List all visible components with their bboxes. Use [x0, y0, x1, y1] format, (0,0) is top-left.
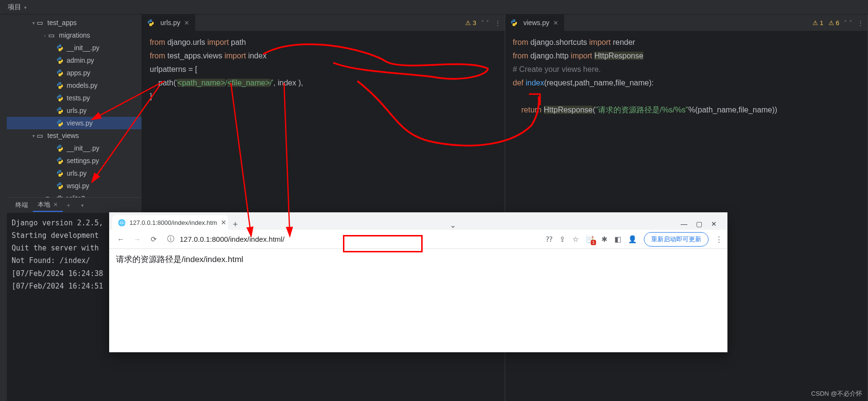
activity-bar — [0, 14, 7, 401]
tree-item-tests-py[interactable]: tests.py — [7, 92, 142, 104]
python-icon — [56, 94, 64, 102]
globe-icon: 🌐 — [118, 219, 126, 226]
bookmark-icon[interactable]: ☆ — [572, 235, 579, 244]
python-icon — [56, 44, 64, 52]
tree-item-label: test_views — [47, 132, 79, 139]
nav-arrows[interactable]: ˄ ˅ — [481, 19, 490, 27]
tree-item-label: urls.py — [67, 169, 86, 177]
nav-arrows[interactable]: ˄ ˅ — [844, 19, 853, 27]
browser-toolbar: ← → ⟳ ⓘ 127.0.0.1:8000/index/index.html/… — [109, 230, 727, 249]
page-text: 请求的资源路径是/index/index.html — [116, 255, 243, 264]
tab-urls-py[interactable]: urls.py ✕ — [142, 14, 195, 31]
close-window-icon[interactable]: ✕ — [711, 220, 717, 228]
tree-item-label: wsgi.py — [67, 182, 89, 190]
tree-item-__init__-py[interactable]: __init__.py — [7, 142, 142, 154]
tree-item-urls-py[interactable]: urls.py — [7, 104, 142, 117]
extension-cert-icon[interactable]: 📑 — [585, 235, 595, 244]
maximize-icon[interactable]: ▢ — [696, 220, 702, 228]
tab-views-py[interactable]: views.py ✕ — [505, 14, 565, 31]
window-controls: — ▢ ✕ — [673, 218, 725, 230]
watermark: CSDN @不必介怀 — [811, 389, 862, 398]
tree-item-views-py[interactable]: views.py — [7, 117, 142, 129]
address-bar[interactable]: ⓘ 127.0.0.1:8000/index/index.html/ — [163, 232, 543, 247]
back-button[interactable]: ← — [114, 235, 128, 243]
add-terminal-button[interactable]: + — [63, 200, 74, 211]
python-icon — [56, 144, 64, 152]
python-icon — [56, 182, 64, 190]
terminal-tab-terminal[interactable]: 终端 — [11, 199, 33, 211]
tree-item-label: tests.py — [67, 94, 90, 102]
browser-tab[interactable]: 🌐 127.0.0.1:8000/index/index.htm ✕ — [112, 215, 228, 230]
warning-badge-2[interactable]: ⚠ 6 — [828, 19, 840, 27]
folder-icon: ▭ — [48, 31, 56, 39]
update-button[interactable]: 重新启动即可更新 — [644, 232, 709, 247]
menu-icon[interactable]: ⋮ — [715, 235, 723, 244]
tree-item-label: admin.py — [67, 56, 94, 64]
editor-tabbar-right: views.py ✕ ⚠ 1 ⚠ 6 ˄ ˅ ⋮ — [505, 14, 868, 31]
browser-tab-title: 127.0.0.1:8000/index/index.htm — [129, 219, 217, 226]
tree-item-label: test_apps — [47, 19, 77, 27]
tree-item-wsgi-py[interactable]: wsgi.py — [7, 180, 142, 192]
share-icon[interactable]: ⇪ — [559, 235, 566, 244]
python-icon — [56, 157, 64, 165]
terminal-menu[interactable] — [74, 200, 87, 210]
new-tab-button[interactable]: + — [228, 220, 243, 230]
tree-item-db-sqlite3[interactable]: ≡db.sqlite3 — [7, 192, 142, 197]
tree-item-admin-py[interactable]: admin.py — [7, 54, 142, 67]
tree-item-test_apps[interactable]: ▾▭test_apps — [7, 16, 142, 29]
tree-item-apps-py[interactable]: apps.py — [7, 67, 142, 79]
browser-tabstrip: 🌐 127.0.0.1:8000/index/index.htm ✕ + ⌄ —… — [109, 212, 727, 230]
sidepanel-icon[interactable]: ◧ — [614, 235, 621, 244]
python-icon — [147, 19, 155, 27]
tree-item-label: settings.py — [67, 157, 99, 165]
python-icon — [56, 119, 64, 127]
warning-badge[interactable]: ⚠ 3 — [465, 19, 476, 27]
python-icon — [56, 169, 64, 177]
tree-item-label: __init__.py — [67, 44, 100, 52]
site-info-icon[interactable]: ⓘ — [165, 235, 176, 244]
tree-item-settings-py[interactable]: settings.py — [7, 154, 142, 167]
tree-item-label: models.py — [67, 82, 98, 89]
more-icon[interactable]: ⋮ — [857, 19, 864, 27]
editor-status-left: ⚠ 3 ˄ ˅ ⋮ — [465, 19, 500, 27]
title-bar: 项目 — [0, 0, 868, 14]
project-dropdown[interactable]: 项目 — [4, 1, 30, 14]
tree-item-label: urls.py — [67, 107, 86, 114]
editor-tabbar-left: urls.py ✕ ⚠ 3 ˄ ˅ ⋮ — [142, 14, 505, 31]
reload-button[interactable]: ⟳ — [147, 235, 160, 244]
tab-search-icon[interactable]: ⌄ — [450, 221, 456, 230]
tree-item-test_views[interactable]: ▾▭test_views — [7, 129, 142, 142]
tree-item-label: apps.py — [67, 69, 90, 77]
url-text: 127.0.0.1:8000/index/index.html/ — [180, 235, 285, 243]
file-tree[interactable]: ▾▭test_apps›▭migrations__init__.pyadmin.… — [7, 14, 142, 197]
tree-item-label: views.py — [67, 119, 93, 127]
python-icon — [56, 107, 64, 114]
warning-badge[interactable]: ⚠ 1 — [812, 19, 824, 27]
more-icon[interactable]: ⋮ — [495, 19, 501, 27]
extensions-icon[interactable]: ✱ — [601, 235, 608, 244]
close-icon[interactable]: ✕ — [221, 219, 227, 226]
editor-status-right: ⚠ 1 ⚠ 6 ˄ ˅ ⋮ — [812, 19, 864, 27]
folder-icon: ▭ — [37, 132, 44, 139]
tab-label: views.py — [524, 19, 550, 27]
python-icon — [56, 56, 64, 64]
tree-item-label: migrations — [59, 31, 90, 39]
close-icon[interactable]: ✕ — [53, 201, 58, 208]
python-icon — [56, 82, 64, 89]
tree-item-label: __init__.py — [67, 144, 100, 152]
browser-page-content: 请求的资源路径是/index/index.html — [109, 249, 727, 352]
minimize-icon[interactable]: — — [681, 220, 687, 228]
terminal-tab-local[interactable]: 本地✕ — [33, 198, 63, 212]
browser-actions: ⁇ ⇪ ☆ 📑 ✱ ◧ 👤 重新启动即可更新 ⋮ — [546, 232, 723, 247]
close-icon[interactable]: ✕ — [552, 19, 559, 27]
folder-icon: ▭ — [37, 19, 44, 27]
translate-icon[interactable]: ⁇ — [546, 235, 553, 244]
tab-label: urls.py — [160, 19, 180, 27]
forward-button[interactable]: → — [130, 235, 144, 243]
close-icon[interactable]: ✕ — [183, 19, 190, 27]
tree-item-__init__-py[interactable]: __init__.py — [7, 41, 142, 54]
tree-item-migrations[interactable]: ›▭migrations — [7, 29, 142, 41]
tree-item-models-py[interactable]: models.py — [7, 79, 142, 92]
tree-item-urls-py[interactable]: urls.py — [7, 167, 142, 180]
profile-icon[interactable]: 👤 — [628, 235, 637, 244]
